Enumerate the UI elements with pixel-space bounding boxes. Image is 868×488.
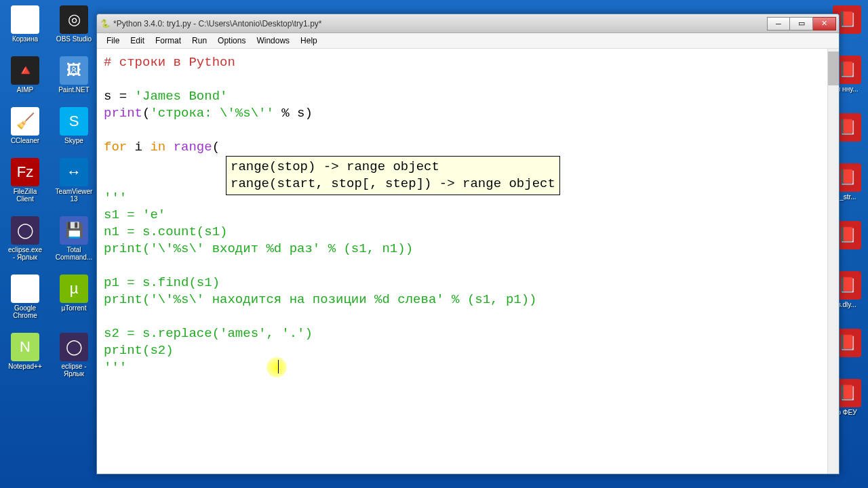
icon-label: Google Chrome: [7, 304, 43, 319]
titlebar[interactable]: 🐍 *Python 3.4.0: try1.py - C:\Users\Anto…: [97, 14, 839, 33]
icon-label: Total Command...: [56, 246, 92, 261]
code-editor[interactable]: # строки в Python s = 'James Bond' print…: [97, 49, 839, 474]
desktop-icon[interactable]: 💾Total Command...: [56, 216, 92, 261]
icon-label: FileZilla Client: [7, 188, 43, 203]
desktop-icon[interactable]: µµTorrent: [56, 274, 92, 319]
app-icon: 🖼: [60, 56, 88, 85]
icon-label: eclipse - Ярлык: [56, 363, 92, 378]
close-button[interactable]: ✕: [813, 17, 836, 30]
app-icon: ◎: [60, 5, 88, 34]
desktop-icon[interactable]: ◎OBS Studio: [56, 5, 92, 43]
icon-label: µTorrent: [62, 304, 87, 312]
app-icon: ◯: [11, 216, 39, 245]
scrollbar-thumb[interactable]: [828, 52, 839, 85]
desktop-icon[interactable]: ◉Google Chrome: [7, 274, 43, 319]
menu-run[interactable]: Run: [186, 34, 212, 47]
icon-label: з.dly...: [837, 301, 856, 308]
icon-label: TeamViewer 13: [56, 188, 93, 203]
app-icon: µ: [60, 274, 88, 303]
icon-label: eclipse.exe - Ярлык: [7, 246, 43, 261]
menu-windows[interactable]: Windows: [251, 34, 295, 47]
app-icon: 🧹: [11, 107, 39, 136]
icon-label: OBS Studio: [56, 35, 92, 43]
menubar: FileEditFormatRunOptionsWindowsHelp: [97, 33, 839, 49]
python-icon: 🐍: [100, 18, 111, 29]
maximize-button[interactable]: ▭: [790, 17, 813, 30]
icon-label: Paint.NET: [58, 86, 90, 94]
desktop-icon[interactable]: ◯eclipse - Ярлык: [56, 333, 92, 378]
desktop-icon[interactable]: 🧹CCleaner: [7, 107, 43, 144]
icon-label: ._str...: [837, 193, 856, 201]
desktop-icon[interactable]: 🗑Корзина: [7, 5, 43, 43]
icon-label: Notepad++: [8, 363, 42, 370]
scrollbar-vertical[interactable]: [827, 49, 839, 474]
menu-options[interactable]: Options: [212, 34, 251, 47]
desktop-icon[interactable]: NNotepad++: [7, 333, 43, 378]
desktop-icon[interactable]: ◯eclipse.exe - Ярлык: [7, 216, 43, 261]
app-icon: N: [11, 333, 39, 361]
desktop-icon[interactable]: FzFileZilla Client: [7, 158, 43, 203]
desktop-icon[interactable]: 🔺AIMP: [7, 56, 43, 94]
icon-label: CCleaner: [11, 137, 39, 144]
idle-window: 🐍 *Python 3.4.0: try1.py - C:\Users\Anto…: [96, 14, 840, 474]
calltip-tooltip: range(stop) -> range object range(start,…: [226, 156, 560, 195]
window-controls: ─ ▭ ✕: [767, 17, 836, 30]
app-icon: ↔: [60, 158, 88, 186]
desktop-icon[interactable]: 🖼Paint.NET: [56, 56, 92, 94]
app-icon: ◉: [11, 274, 39, 303]
menu-edit[interactable]: Edit: [125, 34, 150, 47]
icon-label: Корзина: [12, 35, 38, 43]
app-icon: ◯: [60, 333, 88, 361]
app-icon: 🗑: [11, 5, 39, 34]
desktop-icon[interactable]: ↔TeamViewer 13: [56, 158, 92, 203]
desktop-icons-left: 🗑Корзина◎OBS Studio🔺AIMP🖼Paint.NET🧹CClea…: [7, 5, 92, 378]
window-title: *Python 3.4.0: try1.py - C:\Users\Antoni…: [113, 19, 767, 28]
icon-label: Skype: [64, 137, 83, 144]
menu-file[interactable]: File: [101, 34, 125, 47]
comment-line: # строки в Python: [104, 55, 235, 70]
menu-help[interactable]: Help: [295, 34, 323, 47]
minimize-button[interactable]: ─: [767, 17, 790, 30]
desktop-icon[interactable]: SSkype: [56, 107, 92, 144]
menu-format[interactable]: Format: [150, 34, 186, 47]
icon-label: о ФЕУ: [837, 409, 857, 416]
app-icon: 💾: [60, 216, 88, 245]
app-icon: Fz: [11, 158, 39, 186]
icon-label: AIMP: [17, 86, 33, 94]
code-content[interactable]: # строки в Python s = 'James Bond' print…: [104, 54, 832, 376]
app-icon: 🔺: [11, 56, 39, 85]
text-caret: [278, 360, 279, 373]
app-icon: S: [60, 107, 88, 136]
